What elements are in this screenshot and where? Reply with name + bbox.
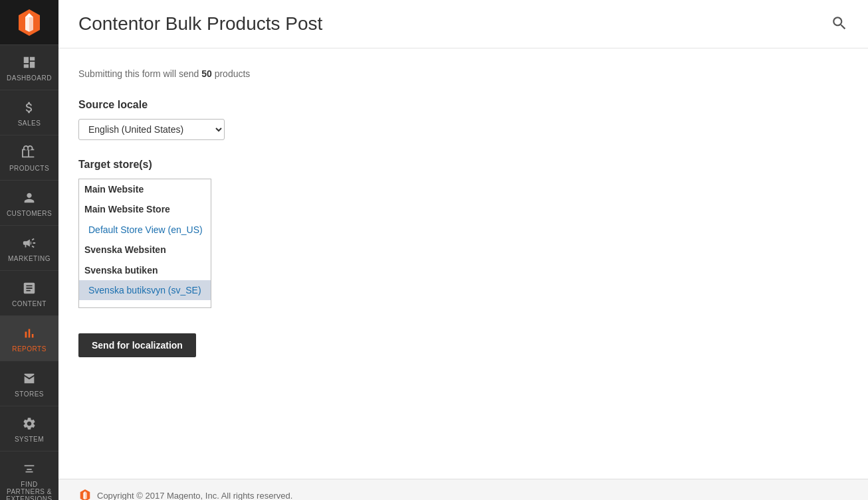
send-for-localization-button[interactable]: Send for localization	[78, 333, 196, 357]
system-icon	[20, 414, 39, 433]
sidebar-item-label: PRODUCTS	[9, 165, 49, 172]
form-subtitle: Submitting this form will send 50 produc…	[78, 68, 848, 79]
sidebar-logo	[0, 0, 58, 45]
footer-copyright: Copyright © 2017 Magento, Inc. All right…	[97, 491, 292, 501]
sidebar-item-label: DASHBOARD	[7, 74, 52, 82]
product-count: 50	[201, 68, 212, 79]
source-locale-section: Source locale English (United States) Fr…	[78, 99, 848, 140]
stores-icon	[20, 369, 39, 388]
marketing-icon	[20, 234, 39, 252]
products-icon	[20, 143, 39, 162]
sidebar: DASHBOARD SALES PRODUCTS CUSTOMERS MARKE…	[0, 0, 58, 500]
source-locale-select[interactable]: English (United States) French (France) …	[78, 119, 225, 140]
search-button[interactable]	[831, 15, 848, 34]
target-stores-section: Target store(s) Main Website Main Websit…	[78, 159, 848, 308]
sidebar-item-label: SYSTEM	[15, 436, 44, 443]
target-stores-label: Target store(s)	[78, 159, 848, 171]
reports-icon	[20, 324, 39, 343]
sidebar-item-stores[interactable]: STORES	[0, 361, 58, 406]
sidebar-item-content[interactable]: CONTENT	[0, 271, 58, 316]
subtitle-pre: Submitting this form will send	[78, 68, 201, 79]
sidebar-item-label: CONTENT	[12, 300, 47, 307]
store-item-default-view[interactable]: Default Store View (en_US)	[79, 220, 211, 240]
search-icon	[831, 15, 848, 32]
source-locale-label: Source locale	[78, 99, 848, 111]
store-item-main-website[interactable]: Main Website	[79, 179, 211, 199]
find-icon	[20, 459, 39, 478]
main-area: Contentor Bulk Products Post Submitting …	[58, 0, 868, 500]
customers-icon	[20, 189, 39, 207]
page-title: Contentor Bulk Products Post	[78, 13, 322, 35]
sidebar-item-find-partners[interactable]: FIND PARTNERS & EXTENSIONS	[0, 452, 58, 500]
sidebar-item-customers[interactable]: CUSTOMERS	[0, 181, 58, 226]
sidebar-item-sales[interactable]: SALES	[0, 90, 58, 135]
page-header: Contentor Bulk Products Post	[58, 0, 868, 48]
magento-footer-logo	[78, 489, 92, 500]
sidebar-item-system[interactable]: SYSTEM	[0, 406, 58, 452]
target-stores-list[interactable]: Main Website Main Website Store Default …	[78, 179, 211, 308]
sidebar-item-label: SALES	[18, 120, 41, 127]
sidebar-item-products[interactable]: PRODUCTS	[0, 135, 58, 181]
sidebar-item-label: MARKETING	[8, 255, 51, 262]
page-footer: Copyright © 2017 Magento, Inc. All right…	[58, 479, 868, 500]
store-item-svenska-butiksvyn[interactable]: Svenska butiksvyn (sv_SE)	[79, 280, 211, 300]
sidebar-item-label: STORES	[15, 390, 44, 398]
store-item-main-website-store[interactable]: Main Website Store	[79, 199, 211, 219]
content-icon	[20, 279, 39, 297]
dashboard-icon	[20, 53, 39, 72]
sidebar-item-label: REPORTS	[12, 345, 47, 353]
sidebar-item-marketing[interactable]: MARKETING	[0, 226, 58, 271]
content-area: Submitting this form will send 50 produc…	[58, 48, 868, 479]
sidebar-item-label: FIND PARTNERS & EXTENSIONS	[3, 481, 56, 500]
subtitle-post: products	[212, 68, 251, 79]
store-item-svenska-websiten[interactable]: Svenska Websiten	[79, 240, 211, 260]
store-item-svenska-butiken[interactable]: Svenska butiken	[79, 260, 211, 280]
sidebar-item-reports[interactable]: REPORTS	[0, 316, 58, 361]
sales-icon	[20, 98, 39, 117]
sidebar-item-label: CUSTOMERS	[7, 210, 52, 217]
sidebar-item-dashboard[interactable]: DASHBOARD	[0, 45, 58, 90]
